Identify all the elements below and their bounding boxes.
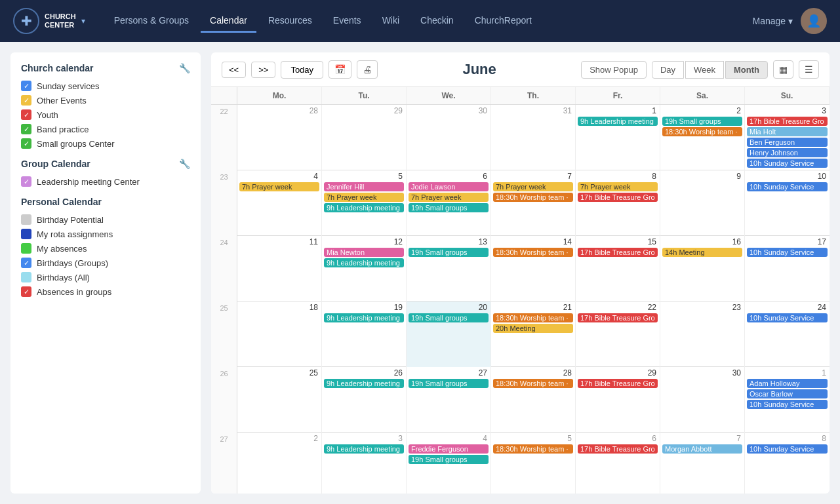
nav-item-churchreport[interactable]: ChurchReport [466,10,541,33]
calendar-day-cell[interactable]: 199h Leadership meeting [322,301,407,367]
calendar-day-cell[interactable]: 2818:30h Worship team · [491,367,576,433]
calendar-day-cell[interactable]: 28 [237,105,322,170]
calendar-event[interactable]: 7h Prayer week [493,182,573,191]
calendar-event[interactable]: 19h Small groups [409,455,489,464]
manage-button[interactable]: Manage ▾ [753,16,793,26]
grid-view-icon[interactable]: 📅 [329,60,351,79]
calendar-day-cell[interactable]: 2410h Sunday Service [745,301,830,367]
calendar-day-cell[interactable]: 30 [660,367,745,433]
nav-item-events[interactable]: Events [324,10,370,33]
day-view-button[interactable]: Day [652,61,684,79]
calendar-event[interactable]: 9h Leadership meeting [324,379,404,388]
calendar-day-cell[interactable]: 518:30h Worship team · [491,433,576,494]
calendar-event[interactable]: 18:30h Worship team · [493,193,573,202]
calendar-day-cell[interactable]: 2917h Bible Treasure Gro [576,367,660,433]
calendar-day-cell[interactable]: 77h Prayer week18:30h Worship team · [491,170,576,236]
calendar-day-cell[interactable]: 1517h Bible Treasure Gro [576,236,660,301]
group-calendar-wrench-icon[interactable]: 🔧 [179,159,190,169]
checkbox-colored[interactable]: ✓ [21,124,31,134]
calendar-day-cell[interactable]: 219h Small groups18:30h Worship team · [660,105,745,170]
calendar-day-cell[interactable]: 11 [237,236,322,301]
calendar-event[interactable]: 18:30h Worship team · [493,379,573,388]
calendar-event[interactable]: Morgan Abbott [662,444,742,454]
calendar-day-cell[interactable]: 1319h Small groups [407,236,491,301]
checkbox-colored[interactable]: ✓ [21,109,31,120]
calendar-grid-icon[interactable]: ▦ [773,60,793,79]
calendar-event[interactable]: Adam Holloway [747,379,828,388]
calendar-event[interactable]: 10h Sunday Service [747,159,828,168]
calendar-event[interactable]: 19h Small groups [409,379,489,388]
calendar-event[interactable]: Henry Johnson [747,148,828,157]
calendar-event[interactable]: 7h Prayer week [578,182,658,191]
calendar-event[interactable]: Mia Newton [324,248,404,257]
calendar-event[interactable]: 10h Sunday Service [747,313,828,322]
calendar-day-cell[interactable]: 269h Leadership meeting [322,367,407,433]
nav-item-resources[interactable]: Resources [259,10,321,33]
calendar-event[interactable]: Freddie Ferguson [409,444,489,454]
checkbox-colored[interactable]: ✓ [21,81,31,91]
month-view-button[interactable]: Month [725,61,768,79]
week-view-button[interactable]: Week [685,61,724,79]
checkbox-colored[interactable]: ✓ [21,95,31,106]
calendar-day-cell[interactable]: 31 [491,105,576,170]
calendar-day-cell[interactable]: 617h Bible Treasure Gro [576,433,660,494]
calendar-event[interactable]: 7h Prayer week [324,193,404,202]
church-calendar-wrench-icon[interactable]: 🔧 [179,63,190,73]
calendar-event[interactable]: 19h Small groups [409,248,489,257]
calendar-day-cell[interactable]: 810h Sunday Service [745,433,830,494]
calendar-event[interactable]: 17h Bible Treasure Gro [578,444,658,454]
calendar-event[interactable]: 9h Leadership meeting [324,258,404,267]
print-icon[interactable]: 🖨 [357,60,378,79]
calendar-event[interactable]: 20h Meeting [493,324,573,333]
nav-item-wiki[interactable]: Wiki [373,10,409,33]
calendar-day-cell[interactable]: 47h Prayer week [237,170,322,236]
calendar-event[interactable]: 10h Sunday Service [747,400,828,409]
checkbox-colored[interactable]: ✓ [21,176,31,187]
calendar-day-cell[interactable]: 19h Leadership meeting [576,105,660,170]
avatar[interactable]: 👤 [801,8,827,34]
calendar-day-cell[interactable]: 30 [407,105,491,170]
calendar-event[interactable]: 18:30h Worship team · [493,444,573,454]
calendar-event[interactable]: 10h Sunday Service [747,182,828,191]
nav-item-persons---groups[interactable]: Persons & Groups [105,10,198,33]
calendar-event[interactable]: 18:30h Worship team · [493,313,573,322]
calendar-event[interactable]: 17h Bible Treasure Gro [578,193,658,202]
logo-dropdown-icon[interactable]: ▾ [81,16,85,26]
calendar-event[interactable]: 7h Prayer week [409,193,489,202]
calendar-day-cell[interactable]: 1Adam HollowayOscar Barlow10h Sunday Ser… [745,367,830,433]
calendar-event[interactable]: 10h Sunday Service [747,248,828,257]
logo-area[interactable]: ✚ CHURCHCENTER ▾ [13,8,85,34]
prev-button[interactable]: << [222,62,246,78]
calendar-event[interactable]: 19h Small groups [409,313,489,322]
calendar-event[interactable]: 17h Bible Treasure Gro [747,117,828,126]
calendar-day-cell[interactable]: 1614h Meeting [660,236,745,301]
calendar-event[interactable]: 9h Leadership meeting [324,313,404,322]
calendar-day-cell[interactable]: 2719h Small groups [407,367,491,433]
calendar-event[interactable]: Jodie Lawson [409,182,489,191]
calendar-event[interactable]: 14h Meeting [662,248,742,257]
calendar-day-cell[interactable]: 317h Bible Treasure GroMia HoltBen Fergu… [745,105,830,170]
list-view-icon[interactable]: ☰ [799,60,819,79]
today-button[interactable]: Today [281,61,323,79]
calendar-day-cell[interactable]: 1010h Sunday Service [745,170,830,236]
calendar-day-cell[interactable]: 1710h Sunday Service [745,236,830,301]
calendar-day-cell[interactable]: 9 [660,170,745,236]
calendar-event[interactable]: 19h Small groups [662,117,742,126]
calendar-event[interactable]: 18:30h Worship team · [662,127,742,136]
calendar-event[interactable]: 10h Sunday Service [747,444,828,454]
calendar-day-cell[interactable]: 12Mia Newton9h Leadership meeting [322,236,407,301]
calendar-event[interactable]: Ben Ferguson [747,138,828,147]
calendar-day-cell[interactable]: 1418:30h Worship team · [491,236,576,301]
calendar-event[interactable]: 9h Leadership meeting [324,444,404,454]
calendar-event[interactable]: Oscar Barlow [747,389,828,398]
calendar-event[interactable]: 17h Bible Treasure Gro [578,379,658,388]
calendar-day-cell[interactable]: 7Morgan Abbott [660,433,745,494]
calendar-event[interactable]: 17h Bible Treasure Gro [578,248,658,257]
calendar-day-cell[interactable]: 6Jodie Lawson7h Prayer week19h Small gro… [407,170,491,236]
calendar-event[interactable]: 9h Leadership meeting [578,117,658,126]
calendar-event[interactable]: 9h Leadership meeting [324,203,404,212]
show-popup-button[interactable]: Show Popup [581,61,647,79]
calendar-day-cell[interactable]: 29 [322,105,407,170]
calendar-day-cell[interactable]: 4Freddie Ferguson19h Small groups [407,433,491,494]
nav-item-checkin[interactable]: Checkin [411,10,463,33]
